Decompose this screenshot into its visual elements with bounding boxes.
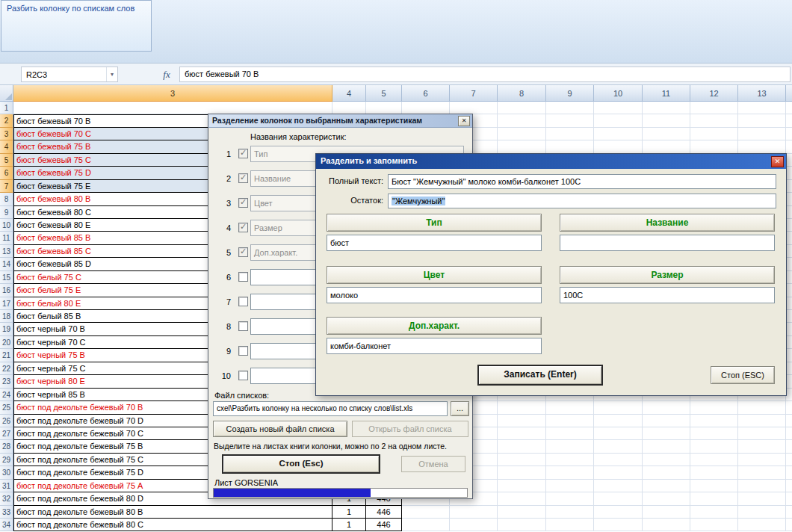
cell-R4C11[interactable] [643, 140, 690, 153]
cell-R34C3[interactable]: бюст под декольте бежевый 80 С [13, 519, 332, 531]
cell-R4C9[interactable] [546, 140, 594, 153]
row-header-26[interactable]: 26 [0, 415, 13, 427]
cell-R26C9[interactable] [546, 415, 594, 427]
row-header-2[interactable]: 2 [0, 114, 13, 127]
column-header-4[interactable]: 4 [332, 85, 366, 102]
cell-R3C9[interactable] [546, 128, 594, 140]
characteristic-checkbox[interactable] [238, 272, 248, 282]
row-header-8[interactable]: 8 [0, 193, 13, 205]
cell-R1C13[interactable] [738, 102, 786, 114]
cell-R1C7[interactable] [450, 102, 498, 114]
cell-R32C10[interactable] [594, 492, 643, 505]
stop-esc-button[interactable]: Стоп (Esc) [222, 454, 380, 474]
row-header-20[interactable]: 20 [0, 336, 13, 349]
characteristic-checkbox[interactable] [238, 198, 248, 208]
cell-R27C8[interactable] [498, 427, 546, 440]
cell-R34C6[interactable] [402, 519, 450, 531]
row-header-24[interactable]: 24 [0, 389, 13, 401]
cell-R1C12[interactable] [690, 102, 738, 114]
row-header-19[interactable]: 19 [0, 323, 13, 335]
cell-R34C8[interactable] [498, 519, 546, 531]
cell-R33C4[interactable]: 1 [332, 506, 366, 519]
cell-R34C11[interactable] [643, 519, 690, 531]
column-header-13[interactable]: 13 [738, 85, 786, 102]
characteristic-checkbox[interactable] [238, 321, 248, 331]
name-box[interactable]: R2C3 ▾ [21, 66, 118, 82]
cell-R1C10[interactable] [594, 102, 643, 114]
header-color[interactable]: Цвет [327, 266, 542, 284]
column-header-11[interactable]: 11 [643, 85, 690, 102]
cell-R27C9[interactable] [546, 427, 594, 440]
cell-R28C11[interactable] [643, 440, 690, 453]
row-header-11[interactable]: 11 [0, 232, 13, 244]
row-header-27[interactable]: 27 [0, 427, 13, 440]
row-header-21[interactable]: 21 [0, 349, 13, 362]
cell-R31C10[interactable] [594, 480, 643, 492]
cell-R27C13[interactable] [738, 427, 786, 440]
cell-R27C12[interactable] [690, 427, 738, 440]
close-icon[interactable]: ✕ [458, 116, 470, 126]
cell-R26C11[interactable] [643, 415, 690, 427]
row-header-3[interactable]: 3 [0, 128, 13, 140]
dialog-split-columns-titlebar[interactable]: Разделение колонок по выбранным характер… [208, 114, 472, 128]
cell-R31C11[interactable] [643, 480, 690, 492]
cell-R31C12[interactable] [690, 480, 738, 492]
header-name[interactable]: Название [560, 214, 775, 232]
row-header-14[interactable]: 14 [0, 258, 13, 270]
cell-R33C8[interactable] [498, 506, 546, 519]
cell-R34C5[interactable]: 446 [366, 519, 402, 531]
cell-R28C10[interactable] [594, 440, 643, 453]
cell-R29C11[interactable] [643, 454, 690, 466]
cell-R25C8[interactable] [498, 401, 546, 414]
characteristic-checkbox[interactable] [238, 149, 248, 158]
header-size[interactable]: Размер [560, 266, 775, 284]
cell-R26C8[interactable] [498, 415, 546, 427]
column-header-12[interactable]: 12 [690, 85, 738, 102]
row-header-15[interactable]: 15 [0, 271, 13, 284]
cell-R31C8[interactable] [498, 480, 546, 492]
cell-R32C8[interactable] [498, 492, 546, 505]
column-header-10[interactable]: 10 [594, 85, 643, 102]
cell-R2C12[interactable] [690, 114, 738, 127]
row-header-4[interactable]: 4 [0, 140, 13, 153]
fx-icon[interactable]: fx [157, 66, 176, 82]
cell-R34C7[interactable] [450, 519, 498, 531]
column-header-8[interactable]: 8 [498, 85, 546, 102]
cell-R30C11[interactable] [643, 466, 690, 479]
cell-R3C8[interactable] [498, 128, 546, 140]
cell-R30C10[interactable] [594, 466, 643, 479]
cell-R2C8[interactable] [498, 114, 546, 127]
row-header-7[interactable]: 7 [0, 180, 13, 193]
file-path-input[interactable]: cxel\Разбить колонку на несколько по спи… [213, 401, 448, 416]
cell-R27C10[interactable] [594, 427, 643, 440]
row-header-25[interactable]: 25 [0, 401, 13, 414]
row-header-32[interactable]: 32 [0, 492, 13, 505]
cell-R30C12[interactable] [690, 466, 738, 479]
cell-R29C12[interactable] [690, 454, 738, 466]
cell-R1C9[interactable] [546, 102, 594, 114]
cell-R3C13[interactable] [738, 128, 786, 140]
row-header-23[interactable]: 23 [0, 375, 13, 388]
cell-R1C6[interactable] [402, 102, 450, 114]
cell-R28C9[interactable] [546, 440, 594, 453]
characteristic-checkbox[interactable] [238, 223, 248, 232]
row-header-18[interactable]: 18 [0, 310, 13, 323]
cell-R2C13[interactable] [738, 114, 786, 127]
cell-R1C3[interactable] [13, 102, 332, 114]
cell-R25C11[interactable] [643, 401, 690, 414]
cell-R33C7[interactable] [450, 506, 498, 519]
rest-input[interactable]: "Жемчужный" [388, 194, 776, 208]
row-header-1[interactable]: 1 [0, 102, 13, 114]
row-header-30[interactable]: 30 [0, 466, 13, 479]
cell-R34C13[interactable] [738, 519, 786, 531]
row-header-6[interactable]: 6 [0, 167, 13, 179]
cell-R1C5[interactable] [366, 102, 402, 114]
row-header-34[interactable]: 34 [0, 519, 13, 531]
cell-R29C8[interactable] [498, 454, 546, 466]
browse-button[interactable]: ... [451, 401, 469, 416]
characteristic-checkbox[interactable] [238, 247, 248, 257]
cell-R28C13[interactable] [738, 440, 786, 453]
cell-R27C11[interactable] [643, 427, 690, 440]
cell-R3C11[interactable] [643, 128, 690, 140]
input-name[interactable] [560, 235, 775, 251]
